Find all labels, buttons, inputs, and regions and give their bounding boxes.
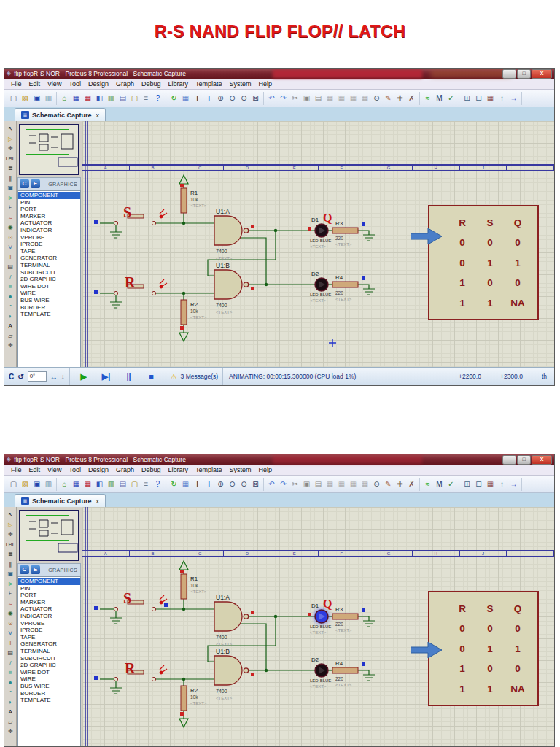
- redo-icon[interactable]: ↷: [278, 93, 289, 104]
- menu-item[interactable]: Edit: [26, 80, 44, 88]
- zoom-all-icon[interactable]: ⊠: [250, 479, 261, 490]
- packaging-tool-icon[interactable]: ✚: [394, 93, 405, 104]
- home-icon[interactable]: ⌂: [59, 93, 70, 104]
- decompose-icon[interactable]: ✗: [406, 93, 417, 104]
- 2d-path-icon[interactable]: ◗: [5, 312, 16, 320]
- zoom-to-sheet-icon[interactable]: →: [508, 93, 519, 104]
- graph-mode-icon[interactable]: ≈: [5, 214, 16, 222]
- object-list-item[interactable]: PIN: [18, 585, 80, 592]
- wire-label-mode-icon[interactable]: LBL: [5, 155, 16, 163]
- junction-dot-mode-icon[interactable]: ✛: [5, 144, 16, 152]
- 2d-circle-icon[interactable]: ●: [5, 293, 16, 301]
- object-list-item[interactable]: INDICATOR: [18, 613, 80, 620]
- switch-s[interactable]: [114, 595, 167, 611]
- virtual-instruments-mode-icon[interactable]: ▤: [5, 263, 16, 271]
- schematic-capture-icon[interactable]: ▦: [71, 479, 82, 490]
- menu-item[interactable]: Graph: [112, 466, 138, 473]
- 2d-text-icon[interactable]: A: [5, 322, 16, 330]
- copy-icon[interactable]: ▣: [301, 93, 312, 104]
- 2d-text-icon[interactable]: A: [5, 708, 16, 716]
- 2d-line-icon[interactable]: /: [5, 659, 16, 667]
- project-notes-icon[interactable]: ▢: [129, 479, 140, 490]
- block-copy-icon[interactable]: ▦: [324, 93, 335, 104]
- object-list-item[interactable]: MARKER: [18, 599, 80, 606]
- help-icon[interactable]: ?: [152, 479, 163, 490]
- block-delete-icon[interactable]: ▦: [359, 93, 370, 104]
- graph-mode-icon[interactable]: ≈: [5, 600, 16, 608]
- component-mode-icon[interactable]: ▷: [5, 521, 16, 529]
- rotate-anticlockwise-icon[interactable]: ↺: [18, 373, 23, 381]
- object-list-item[interactable]: TAPE: [18, 634, 80, 641]
- message-area[interactable]: ⚠ 3 Message(s): [166, 368, 223, 385]
- object-list-item[interactable]: WIRE: [18, 290, 80, 297]
- resistor-r2[interactable]: [181, 686, 187, 711]
- virtual-instruments-mode-icon[interactable]: ▤: [5, 649, 16, 657]
- object-list-item[interactable]: PORT: [18, 592, 80, 599]
- menu-item[interactable]: Debug: [138, 80, 165, 88]
- decompose-icon[interactable]: ✗: [406, 479, 417, 490]
- menu-item[interactable]: System: [226, 466, 255, 473]
- system-settings-icon[interactable]: ≡: [141, 93, 152, 104]
- schematic-capture-icon[interactable]: ▦: [71, 93, 82, 104]
- 2d-arc-icon[interactable]: ◔: [5, 302, 16, 310]
- object-list-item[interactable]: ACTUATOR: [18, 220, 80, 227]
- save-icon[interactable]: ▣: [31, 479, 42, 490]
- property-assignment-icon[interactable]: ✓: [446, 479, 456, 490]
- voltage-probe-mode-icon[interactable]: V: [5, 243, 16, 251]
- project-notes-icon[interactable]: ▢: [129, 93, 140, 104]
- zoom-area-icon[interactable]: ⊙: [238, 479, 249, 490]
- object-list-item[interactable]: 2D GRAPHIC: [18, 662, 80, 669]
- print-icon[interactable]: ▥: [43, 479, 54, 490]
- menu-item[interactable]: View: [44, 80, 65, 88]
- menu-item[interactable]: Template: [192, 466, 226, 473]
- object-list-item[interactable]: SUBCIRCUIT: [18, 655, 80, 662]
- close-button[interactable]: X: [532, 69, 552, 79]
- led-d1[interactable]: [315, 224, 328, 237]
- 2d-marker-icon[interactable]: ✛: [5, 341, 16, 349]
- restore-button[interactable]: □: [517, 455, 531, 465]
- block-copy-icon[interactable]: ▦: [324, 479, 335, 490]
- open-folder-icon[interactable]: ▧: [20, 479, 31, 490]
- object-list-item[interactable]: PIN: [18, 199, 80, 206]
- remove-sheet-icon[interactable]: ⊟: [473, 93, 484, 104]
- cut-icon[interactable]: ✂: [289, 93, 300, 104]
- resistor-r3[interactable]: [332, 614, 358, 619]
- grid-toggle-icon[interactable]: ▦: [180, 479, 191, 490]
- exit-to-parent-icon[interactable]: ↑: [497, 93, 508, 104]
- subcircuit-mode-icon[interactable]: ▣: [5, 570, 16, 578]
- block-rotate-icon[interactable]: ▦: [348, 479, 359, 490]
- menu-item[interactable]: Design: [85, 80, 112, 88]
- pcb-layout-icon[interactable]: ▦: [82, 93, 93, 104]
- device-pin-mode-icon[interactable]: ⊦: [5, 589, 16, 597]
- remove-sheet-icon[interactable]: ⊟: [473, 479, 484, 490]
- resistor-r1[interactable]: [181, 188, 187, 213]
- undo-icon[interactable]: ↶: [266, 479, 277, 490]
- block-delete-icon[interactable]: ▦: [359, 479, 370, 490]
- property-assignment-icon[interactable]: ✓: [446, 93, 456, 104]
- resistor-r2[interactable]: [181, 300, 187, 325]
- step-button[interactable]: ▶|: [97, 372, 116, 382]
- tab-close-icon[interactable]: x: [95, 112, 100, 119]
- undo-icon[interactable]: ↶: [266, 93, 277, 104]
- terminal-mode-icon[interactable]: ⊳: [5, 194, 16, 202]
- menu-item[interactable]: Template: [192, 80, 226, 88]
- component-mode-icon[interactable]: ▷: [5, 135, 16, 143]
- object-list-item[interactable]: GENERATOR: [18, 640, 80, 648]
- ground-arrow[interactable]: [179, 333, 188, 341]
- tab-schematic-capture[interactable]: ≣ Schematic Capture x: [15, 494, 106, 507]
- voltage-probe-mode-icon[interactable]: V: [5, 629, 16, 637]
- zoom-out-icon[interactable]: ⊖: [227, 479, 238, 490]
- open-folder-icon[interactable]: ▧: [20, 93, 31, 104]
- pick-devices-button[interactable]: C: [20, 179, 29, 188]
- menu-item[interactable]: Design: [85, 466, 112, 473]
- new-sheet-icon[interactable]: ⊞: [462, 479, 472, 490]
- ground-arrow[interactable]: [179, 719, 188, 727]
- save-icon[interactable]: ▣: [31, 93, 42, 104]
- text-script-mode-icon[interactable]: ≣: [5, 164, 16, 172]
- redraw-icon[interactable]: ↻: [168, 479, 179, 490]
- pick-parts-icon[interactable]: ⊙: [371, 479, 382, 490]
- selection-mode-icon[interactable]: ↖: [5, 511, 16, 519]
- 2d-path-icon[interactable]: ◗: [5, 698, 16, 706]
- paste-icon[interactable]: ▤: [313, 479, 324, 490]
- new-sheet-icon[interactable]: ⊞: [462, 93, 472, 104]
